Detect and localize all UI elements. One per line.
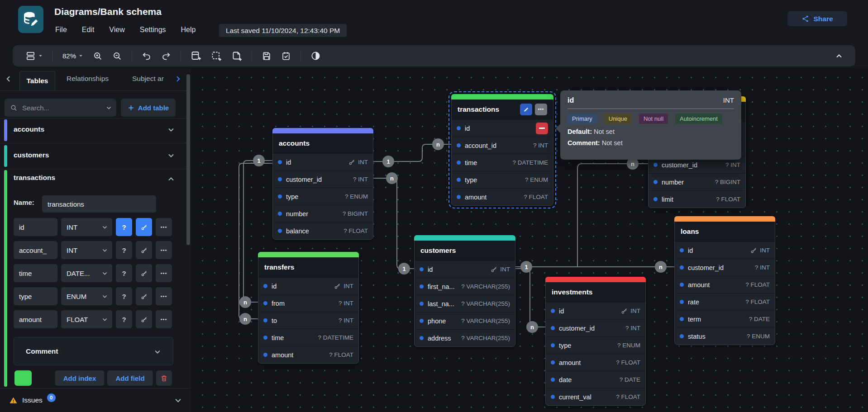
table-color-swatch[interactable] [14, 370, 32, 386]
menu-view[interactable]: View [109, 26, 124, 34]
issues-bar[interactable]: Issues 0 [0, 388, 191, 412]
field-more-button[interactable]: ••• [156, 310, 172, 328]
table-field-customer_id[interactable]: customer_id? INT [273, 170, 373, 188]
table-field-id[interactable]: id [452, 119, 553, 137]
zoom-out-button[interactable] [112, 51, 122, 61]
field-type-select[interactable]: ENUM [61, 287, 112, 305]
diagram-header-button[interactable] [25, 51, 43, 61]
chevron-down-icon[interactable] [167, 152, 175, 159]
tabs-scroll-left-icon[interactable] [5, 75, 12, 83]
field-type-select[interactable]: INT [61, 241, 112, 259]
table-field-id[interactable]: idINT [273, 153, 373, 170]
table-accordion-label[interactable]: transactions [14, 174, 55, 182]
menu-settings[interactable]: Settings [140, 26, 166, 34]
chevron-down-icon[interactable] [174, 397, 182, 404]
table-field-id[interactable]: idINT [546, 302, 645, 319]
table-field-type[interactable]: type? ENUM [273, 188, 373, 205]
delete-field-button[interactable] [536, 123, 548, 134]
canvas-table-transfers[interactable]: transfersidINTfrom? INTto? INTtime? DATE… [258, 252, 359, 364]
menu-edit[interactable]: Edit [82, 26, 95, 34]
tabs-scroll-right-icon[interactable] [174, 75, 182, 83]
field-more-button[interactable]: ••• [156, 264, 172, 282]
menu-help[interactable]: Help [181, 26, 196, 34]
collapse-toolbar-button[interactable] [835, 52, 843, 60]
sidebar-scrollbar[interactable] [186, 74, 190, 245]
share-button[interactable]: Share [787, 11, 847, 26]
table-field-id[interactable]: idINT [258, 277, 358, 294]
table-field-to[interactable]: to? INT [258, 312, 358, 329]
sidebar-item-customers[interactable]: customers [0, 145, 191, 167]
field-name-input[interactable]: time [14, 264, 57, 282]
table-field-amount[interactable]: amount? FLOAT [452, 188, 553, 205]
canvas-table-transactions[interactable]: transactions•••idaccount_id? INTtime? DA… [451, 94, 553, 206]
field-more-button[interactable]: ••• [156, 241, 172, 259]
table-field-current_val[interactable]: current_val? FLOAT [546, 388, 645, 405]
chevron-down-icon[interactable] [167, 126, 175, 133]
todo-button[interactable] [281, 51, 291, 61]
table-field-rate[interactable]: rate? FLOAT [675, 293, 775, 310]
field-type-select[interactable]: DATE... [61, 264, 112, 282]
redo-button[interactable] [161, 51, 171, 61]
nullable-toggle[interactable]: ? [116, 310, 132, 328]
table-field-customer_id[interactable]: customer_id? INT [546, 319, 645, 336]
primary-key-toggle[interactable] [136, 287, 152, 305]
table-field-first_na...[interactable]: first_na...? VARCHAR(255) [415, 278, 515, 295]
field-name-input[interactable]: amount [14, 310, 57, 328]
table-field-limit[interactable]: limit? FLOAT [649, 190, 745, 208]
table-field-time[interactable]: time? DATETIME [452, 154, 553, 171]
table-field-last_na...[interactable]: last_na...? VARCHAR(255) [415, 295, 515, 312]
table-field-amount[interactable]: amount? FLOAT [258, 346, 358, 363]
field-name-input[interactable]: account_ [14, 241, 57, 259]
table-field-status[interactable]: status? ENUM [675, 327, 775, 345]
delete-table-button[interactable] [156, 370, 172, 386]
canvas-table-loans[interactable]: loansidINTcustomer_id? INTamount? FLOATr… [674, 216, 775, 345]
table-name-input[interactable]: transactions [42, 195, 156, 213]
undo-button[interactable] [142, 51, 152, 61]
tab-tables[interactable]: Tables [19, 71, 55, 90]
table-field-account_id[interactable]: account_id? INT [452, 137, 553, 154]
primary-key-toggle[interactable] [136, 241, 152, 259]
table-field-number[interactable]: number? BIGINT [273, 205, 373, 222]
menu-file[interactable]: File [55, 26, 67, 34]
table-more-button[interactable]: ••• [535, 104, 547, 115]
field-type-select[interactable]: FLOAT [61, 310, 112, 328]
field-type-select[interactable]: INT [61, 218, 112, 236]
table-field-date[interactable]: date? DATE [546, 371, 645, 388]
edit-table-button[interactable] [520, 104, 532, 115]
canvas-table-investments[interactable]: investmentsidINTcustomer_id? INTtype? EN… [545, 277, 646, 406]
table-field-number[interactable]: number? BIGINT [649, 173, 745, 190]
add-note-button[interactable] [231, 51, 242, 62]
field-name-input[interactable]: type [14, 287, 57, 305]
table-field-amount[interactable]: amount? FLOAT [675, 276, 775, 293]
zoom-in-button[interactable] [93, 51, 103, 61]
nullable-toggle[interactable]: ? [116, 264, 132, 282]
search-dropdown-icon[interactable] [106, 105, 112, 111]
tab-subject-areas[interactable]: Subject ar [132, 75, 173, 83]
search-input[interactable]: Search... [5, 99, 116, 117]
primary-key-toggle[interactable] [136, 310, 152, 328]
diagram-canvas[interactable]: 1nn1n1nn1nn accountsidINTcustomer_id? IN… [191, 68, 868, 412]
table-field-amount[interactable]: amount? FLOAT [546, 354, 645, 371]
sidebar-item-accounts[interactable]: accounts [0, 119, 191, 142]
primary-key-toggle[interactable] [136, 218, 152, 236]
field-name-input[interactable]: id [14, 218, 57, 236]
primary-key-toggle[interactable] [136, 264, 152, 282]
chevron-up-icon[interactable] [167, 175, 175, 183]
theme-toggle-button[interactable] [310, 51, 321, 61]
table-field-customer_id[interactable]: customer_id? INT [675, 259, 775, 276]
comment-accordion[interactable]: Comment [14, 337, 173, 365]
table-field-term[interactable]: term? DATE [675, 310, 775, 327]
tab-relationships[interactable]: Relationships [67, 75, 109, 83]
add-table-button-toolbar[interactable] [191, 51, 201, 62]
table-field-id[interactable]: idINT [675, 242, 775, 259]
nullable-toggle[interactable]: ? [116, 218, 132, 236]
save-button[interactable] [262, 51, 272, 61]
zoom-level-dropdown[interactable]: 82% [62, 52, 83, 60]
table-field-type[interactable]: type? ENUM [452, 171, 553, 188]
table-field-type[interactable]: type? ENUM [546, 336, 645, 354]
nullable-toggle[interactable]: ? [116, 241, 132, 259]
add-subject-area-button[interactable] [211, 51, 222, 62]
table-field-address[interactable]: address? VARCHAR(255) [415, 329, 515, 346]
table-field-phone[interactable]: phone? VARCHAR(255) [415, 312, 515, 329]
nullable-toggle[interactable]: ? [116, 287, 132, 305]
